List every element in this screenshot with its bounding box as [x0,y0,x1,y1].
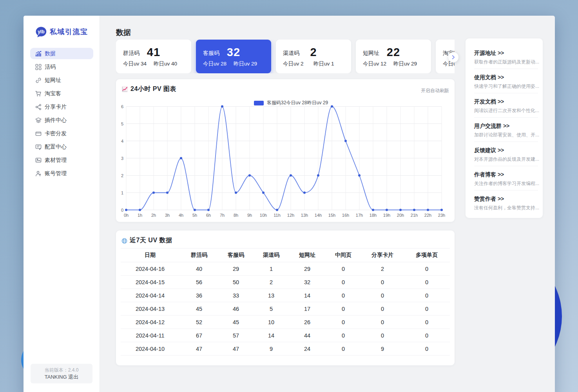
user-logout-row[interactable]: TANKING 退出 [31,374,92,381]
table-row: 2024-04-1167571444000 [121,329,450,342]
table-cell: 52 [179,316,219,329]
svg-text:14h: 14h [315,213,322,218]
svg-text:2: 2 [121,173,123,178]
app-window: ylb 私域引流宝 数据 活码 [24,16,555,392]
cards-next-button[interactable] [448,52,458,62]
sidebar-menu: 数据 活码 短网址 淘宝客 [30,48,93,181]
link-title[interactable]: 开源地址 >> [474,50,504,57]
svg-text:8h: 8h [234,213,238,218]
table-cell: 0 [404,329,450,342]
chart-point [221,105,223,108]
brand-name: 私域引流宝 [50,27,88,36]
menu-item-label: 淘宝客 [45,90,61,97]
svg-text:0h: 0h [124,213,129,218]
svg-text:3: 3 [121,156,123,161]
table-column-header: 客服码 [219,249,253,262]
sidebar-menu-item[interactable]: 插件中心 [30,114,93,126]
table-card-title: 近7天 UV 数据 [130,236,172,245]
menu-item-icon [35,157,42,163]
auto-refresh-link[interactable]: 开启自动刷新 [421,87,449,94]
main-content: 数据 群活码 41 今日uv 34 昨日uv 40 客服码 32 今日uv 28… [100,16,555,392]
svg-text:6h: 6h [206,213,211,218]
table-cell: 24 [289,342,325,356]
table-cell: 10 [253,316,289,329]
table-cell: 0 [404,276,450,289]
menu-item-icon [35,117,42,123]
stat-card-today-uv: 今日uv 2 [283,60,304,67]
external-link-item[interactable]: 作者博客 >> 关注作者的博客学习开发编程... [474,166,537,191]
link-title[interactable]: 赞赏作者 >> [474,196,504,203]
external-link-item[interactable]: 反馈建议 >> 对本开源作品的反馈及开发建... [474,142,537,166]
table-cell: 40 [179,262,219,276]
table-cell: 50 [219,276,253,289]
stat-card[interactable]: 客服码 32 今日uv 28 昨日uv 29 [196,40,271,73]
chart-point [166,192,169,194]
table-cell: 44 [289,329,325,342]
svg-text:2h: 2h [151,213,156,218]
table-cell: 0 [325,316,361,329]
link-title[interactable]: 使用文档 >> [474,74,504,81]
sidebar-menu-item[interactable]: 分享卡片 [30,101,93,113]
table-cell: 36 [179,289,219,302]
svg-text:19h: 19h [383,213,390,218]
globe-emoji-icon [121,238,127,244]
sidebar-menu-item[interactable]: 账号管理 [30,168,93,179]
link-title[interactable]: 开发文档 >> [474,98,504,105]
sidebar-menu-item[interactable]: 素材管理 [30,154,93,166]
chart-point [440,209,443,211]
external-link-item[interactable]: 开发文档 >> 阅读以进行二次开发和个性化... [474,93,537,118]
external-link-item[interactable]: 使用文档 >> 快速学习和了解正确的使用姿... [474,69,537,93]
sidebar-menu-item[interactable]: 配置中心 [30,141,93,152]
link-title[interactable]: 作者博客 >> [474,171,504,178]
table-column-header: 渠道码 [253,249,289,262]
table-cell: 17 [289,302,325,316]
stat-card[interactable]: 渠道码 2 今日uv 2 昨日uv 1 [276,40,351,73]
table-cell: 46 [219,302,253,316]
table-body: 2024-04-1640291290202024-04-155650232000… [121,262,450,356]
table-cell: 0 [325,329,361,342]
link-title[interactable]: 用户交流群 >> [474,123,509,130]
pv-chart-card: 01234560h1h2h3h4h5h6h7h8h9h10h11h12h13h1… [116,79,455,222]
table-cell: 14 [289,289,325,302]
chart-legend[interactable]: 客服码32今日uv 28昨日uv 29 [254,100,328,106]
sidebar: ylb 私域引流宝 数据 活码 [24,16,100,392]
sidebar-menu-item[interactable]: 淘宝客 [30,88,93,99]
svg-text:18h: 18h [370,213,377,218]
table-row: 2024-04-1252451026000 [121,316,450,329]
svg-text:21h: 21h [411,213,418,218]
logout-link[interactable]: 退出 [68,374,78,380]
table-cell: 45 [179,302,219,316]
stat-cards-row: 群活码 41 今日uv 34 昨日uv 40 客服码 32 今日uv 28 昨日… [116,40,455,73]
external-link-item[interactable]: 开源地址 >> 获取作者的正版源码及更新动... [474,45,537,69]
external-link-item[interactable]: 用户交流群 >> 加群讨论部署安装、使用、开... [474,118,537,142]
chart-point [262,192,265,194]
table-row: 2024-04-134546517000 [121,302,450,316]
table-cell: 2024-04-14 [121,289,179,302]
link-title[interactable]: 反馈建议 >> [474,147,504,154]
svg-text:12h: 12h [287,213,294,218]
sidebar-menu-item[interactable]: 数据 [30,48,93,59]
menu-item-label: 素材管理 [45,157,67,164]
link-description: 获取作者的正版源码及更新动... [474,59,541,65]
menu-item-icon [35,144,42,150]
stat-card[interactable]: 短网址 22 今日uv 12 昨日uv 29 [356,40,431,73]
uv-table-card: 近7天 UV 数据 日期群活码客服码渠道码短网址中间页分享卡片多项单页 2024… [116,230,455,365]
link-description: 对本开源作品的反馈及开发建... [474,156,541,163]
table-row: 2024-04-104747924090 [121,342,450,356]
svg-text:20h: 20h [397,213,404,218]
chart-point [180,157,182,160]
link-description: 加群讨论部署安装、使用、开... [474,132,541,138]
legend-label: 客服码32今日uv 28昨日uv 29 [267,100,328,106]
sidebar-menu-item[interactable]: 活码 [30,61,93,73]
sidebar-menu-item[interactable]: 卡密分发 [30,128,93,139]
svg-text:4h: 4h [179,213,183,218]
menu-item-icon [35,77,42,83]
svg-text:16h: 16h [342,213,349,218]
external-link-item[interactable]: 赞赏作者 >> 没有任何盈利，全靠赞赏支持... [474,191,537,215]
svg-text:5: 5 [121,122,123,126]
chart-point [276,209,278,211]
stat-card[interactable]: 群活码 41 今日uv 34 昨日uv 40 [116,40,191,73]
menu-item-label: 数据 [45,50,56,57]
svg-text:23h: 23h [438,213,445,218]
sidebar-menu-item[interactable]: 短网址 [30,74,93,86]
